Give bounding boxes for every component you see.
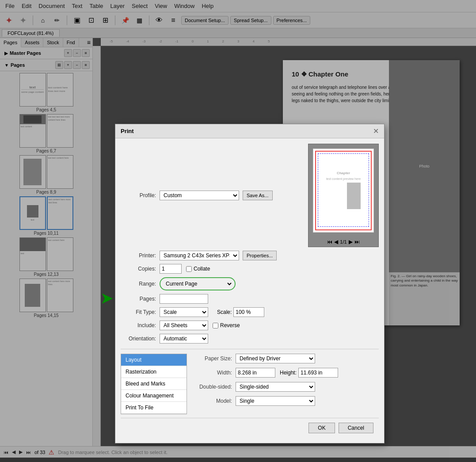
include-row: Include: All Sheets Odd Sheets Even Shee…	[121, 321, 379, 330]
model-select[interactable]: Single Double	[236, 396, 315, 406]
preview-next-button[interactable]: ▶	[349, 239, 353, 245]
profile-select[interactable]: Custom	[160, 191, 239, 200]
height-input[interactable]	[298, 368, 338, 378]
dialog-footer: OK Cancel	[121, 418, 379, 438]
preview-area: Chapter text content preview here ⏮ ◀ 1/…	[308, 144, 379, 247]
copies-input[interactable]	[160, 264, 182, 274]
profile-label: Profile:	[121, 192, 156, 199]
nav-layout[interactable]: Layout	[121, 354, 187, 366]
profile-row: Profile: Custom Save As... Chapter text …	[121, 144, 379, 247]
orientation-row: Orientation: Automatic Portrait Landscap…	[121, 334, 379, 344]
paper-size-select[interactable]: Defined by Driver A4 Letter	[236, 354, 315, 363]
width-input[interactable]	[236, 368, 275, 378]
copies-row: Copies: Collate	[121, 264, 379, 274]
fit-type-label: Fit Type:	[121, 309, 156, 315]
preview-inner: Chapter text content preview here	[313, 149, 374, 233]
scale-input[interactable]	[233, 307, 264, 317]
range-highlight: Current Page All Pages Custom Range	[160, 277, 236, 290]
preview-nav: ⏮ ◀ 1/1 ▶ ⏭	[308, 237, 378, 247]
cancel-button[interactable]: Cancel	[339, 423, 373, 433]
properties-button[interactable]: Properties...	[243, 251, 277, 260]
pages-field-label: Pages:	[121, 296, 156, 302]
model-row: Model: Single Double	[192, 396, 373, 406]
model-label: Model:	[192, 398, 232, 404]
paper-size-label: Paper Size:	[192, 355, 232, 362]
collate-checkbox[interactable]	[186, 266, 192, 272]
pages-input[interactable]	[160, 294, 208, 304]
dialog-title-bar: Print ✕	[115, 124, 384, 138]
nav-print-to-file[interactable]: Print To File	[121, 402, 187, 414]
collate-checkbox-label: Collate	[186, 266, 210, 272]
nav-colour-management[interactable]: Colour Management	[121, 390, 187, 402]
preview-first-button[interactable]: ⏮	[327, 239, 332, 245]
nav-rasterization[interactable]: Rasterization	[121, 366, 187, 378]
dialog-body: Profile: Custom Save As... Chapter text …	[115, 138, 384, 443]
include-select[interactable]: All Sheets Odd Sheets Even Sheets	[160, 321, 208, 330]
reverse-checkbox-label: Reverse	[213, 322, 240, 328]
save-as-button[interactable]: Save As...	[243, 191, 273, 200]
collate-label: Collate	[194, 266, 210, 272]
preview-prev-button[interactable]: ◀	[334, 239, 338, 245]
range-row: Range: Current Page All Pages Custom Ran…	[121, 277, 379, 290]
fit-type-row: Fit Type: Scale Fit Page Fit Width Scale…	[121, 307, 379, 317]
dialog-overlay: Print ✕ Profile: Custom Save As...	[0, 0, 476, 462]
paper-size-row: Paper Size: Defined by Driver A4 Letter	[192, 354, 373, 363]
dialog-title-text: Print	[121, 128, 134, 134]
double-sided-select[interactable]: Single-sided Double-sided	[236, 382, 315, 392]
height-label: Height:	[280, 370, 297, 376]
printer-row: Printer: Samsung 2 C43x Series XPS Prope…	[121, 251, 379, 260]
preview-last-button[interactable]: ⏭	[354, 239, 360, 245]
pages-row: Pages:	[121, 294, 379, 304]
reverse-checkbox[interactable]	[213, 323, 218, 328]
dimensions-row: Width: Height:	[192, 368, 373, 378]
ok-button[interactable]: OK	[308, 423, 335, 433]
orientation-label: Orientation:	[121, 336, 156, 342]
reverse-label: Reverse	[220, 322, 240, 328]
preview-page-num: 1/1	[340, 239, 347, 244]
double-sided-label: Double-sided:	[192, 384, 232, 390]
print-dialog: Print ✕ Profile: Custom Save As...	[115, 124, 385, 443]
nav-bleed-and-marks[interactable]: Bleed and Marks	[121, 378, 187, 390]
width-label: Width:	[192, 370, 232, 376]
double-sided-row: Double-sided: Single-sided Double-sided	[192, 382, 373, 392]
scale-label: Scale:	[217, 309, 232, 315]
dialog-right-content: Paper Size: Defined by Driver A4 Letter …	[187, 354, 379, 414]
preview-page: Chapter text content preview here	[315, 151, 372, 230]
copies-label: Copies:	[121, 266, 156, 272]
printer-select[interactable]: Samsung 2 C43x Series XPS	[160, 251, 239, 260]
fit-type-select[interactable]: Scale Fit Page Fit Width	[160, 307, 208, 317]
printer-label: Printer:	[121, 252, 156, 259]
range-label: Range:	[121, 281, 156, 287]
dialog-sections: Layout Rasterization Bleed and Marks Col…	[121, 349, 379, 414]
range-select[interactable]: Current Page All Pages Custom Range	[162, 279, 233, 289]
preview-page-content: Chapter text content preview here	[318, 153, 369, 227]
dialog-close-button[interactable]: ✕	[373, 127, 379, 135]
include-label: Include:	[121, 322, 156, 328]
orientation-select[interactable]: Automatic Portrait Landscape	[160, 334, 208, 344]
dialog-nav-list: Layout Rasterization Bleed and Marks Col…	[121, 354, 187, 414]
